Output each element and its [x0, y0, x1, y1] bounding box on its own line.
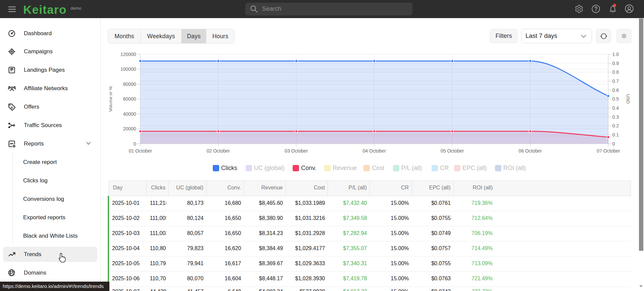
svg-text:03 October: 03 October: [285, 148, 308, 154]
svg-text:1.0: 1.0: [612, 52, 619, 57]
svg-text:06 October: 06 October: [518, 148, 542, 154]
svg-text:07 October: 07 October: [597, 148, 620, 154]
svg-text:0: 0: [612, 141, 615, 147]
svg-text:60000: 60000: [123, 96, 136, 102]
svg-text:0.5: 0.5: [612, 96, 619, 102]
svg-text:0: 0: [134, 141, 136, 147]
svg-text:80000: 80000: [123, 81, 136, 87]
svg-text:02 October: 02 October: [207, 148, 230, 154]
svg-text:0.6: 0.6: [612, 88, 619, 93]
svg-text:0.3: 0.3: [612, 114, 619, 120]
svg-text:120000: 120000: [120, 52, 136, 57]
svg-text:0.2: 0.2: [612, 123, 619, 128]
svg-text:01 October: 01 October: [129, 148, 152, 154]
svg-text:0.9: 0.9: [612, 61, 619, 66]
svg-text:0.1: 0.1: [612, 132, 619, 137]
svg-text:0.7: 0.7: [612, 78, 619, 84]
svg-text:0.4: 0.4: [612, 105, 619, 111]
svg-text:20000: 20000: [123, 126, 136, 131]
svg-text:$: $: [11, 105, 13, 109]
svg-text:05 October: 05 October: [441, 148, 464, 154]
svg-text:USD: USD: [626, 94, 631, 104]
svg-text:100000: 100000: [120, 66, 136, 72]
svg-text:40000: 40000: [123, 111, 136, 117]
svg-text:Volume or %: Volume or %: [108, 86, 113, 112]
svg-text:0.8: 0.8: [612, 69, 619, 75]
svg-text:04 October: 04 October: [363, 148, 386, 154]
